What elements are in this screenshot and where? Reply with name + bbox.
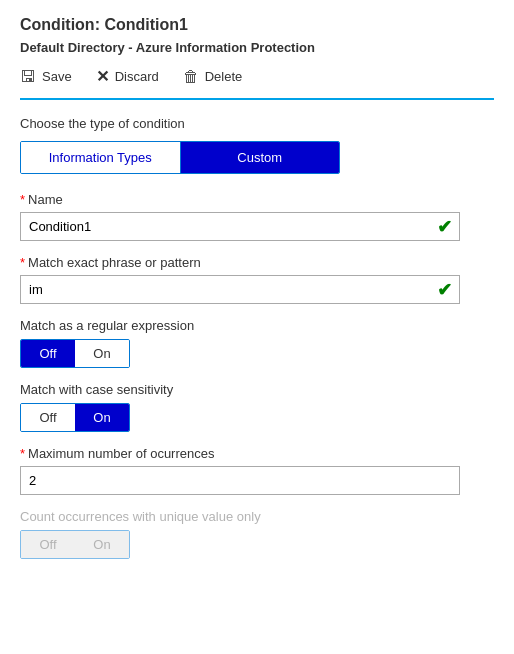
delete-label: Delete: [205, 69, 243, 84]
name-label: *Name: [20, 192, 494, 207]
case-off-button[interactable]: Off: [21, 404, 75, 431]
case-toggle-section: Match with case sensitivity Off On: [20, 382, 494, 432]
match-checkmark: ✔: [437, 279, 452, 301]
count-unique-off-button: Off: [21, 531, 75, 558]
regex-toggle-group: Off On: [20, 339, 130, 368]
match-field-group: *Match exact phrase or pattern ✔: [20, 255, 494, 304]
name-field-group: *Name ✔: [20, 192, 494, 241]
delete-button[interactable]: 🗑 Delete: [183, 68, 243, 86]
count-unique-on-button: On: [75, 531, 129, 558]
match-required-star: *: [20, 255, 25, 270]
count-unique-section: Count occurrences with unique value only…: [20, 509, 494, 559]
discard-icon: ✕: [96, 67, 109, 86]
delete-icon: 🗑: [183, 68, 199, 86]
max-occurrences-label: *Maximum number of ocurrences: [20, 446, 494, 461]
name-checkmark: ✔: [437, 216, 452, 238]
name-required-star: *: [20, 192, 25, 207]
match-label: *Match exact phrase or pattern: [20, 255, 494, 270]
tab-information-types[interactable]: Information Types: [21, 142, 181, 173]
max-occurrences-group: *Maximum number of ocurrences: [20, 446, 494, 495]
save-button[interactable]: 🖫 Save: [20, 68, 72, 86]
case-toggle-label: Match with case sensitivity: [20, 382, 494, 397]
count-unique-label: Count occurrences with unique value only: [20, 509, 494, 524]
toolbar: 🖫 Save ✕ Discard 🗑 Delete: [20, 67, 494, 100]
max-required-star: *: [20, 446, 25, 461]
discard-label: Discard: [115, 69, 159, 84]
max-occurrences-input[interactable]: [20, 466, 460, 495]
case-on-button[interactable]: On: [75, 404, 129, 431]
save-label: Save: [42, 69, 72, 84]
regex-toggle-label: Match as a regular expression: [20, 318, 494, 333]
name-input[interactable]: [20, 212, 460, 241]
save-icon: 🖫: [20, 68, 36, 86]
match-input-wrapper: ✔: [20, 275, 460, 304]
regex-on-button[interactable]: On: [75, 340, 129, 367]
regex-off-button[interactable]: Off: [21, 340, 75, 367]
condition-type-label: Choose the type of condition: [20, 116, 494, 131]
page-container: Condition: Condition1 Default Directory …: [0, 0, 514, 654]
page-subtitle: Default Directory - Azure Information Pr…: [20, 40, 494, 55]
name-input-wrapper: ✔: [20, 212, 460, 241]
case-toggle-group: Off On: [20, 403, 130, 432]
discard-button[interactable]: ✕ Discard: [96, 67, 159, 86]
match-input[interactable]: [20, 275, 460, 304]
condition-type-tabs: Information Types Custom: [20, 141, 340, 174]
count-unique-toggle-group: Off On: [20, 530, 130, 559]
regex-toggle-section: Match as a regular expression Off On: [20, 318, 494, 368]
page-title: Condition: Condition1: [20, 16, 494, 34]
tab-custom[interactable]: Custom: [181, 142, 340, 173]
